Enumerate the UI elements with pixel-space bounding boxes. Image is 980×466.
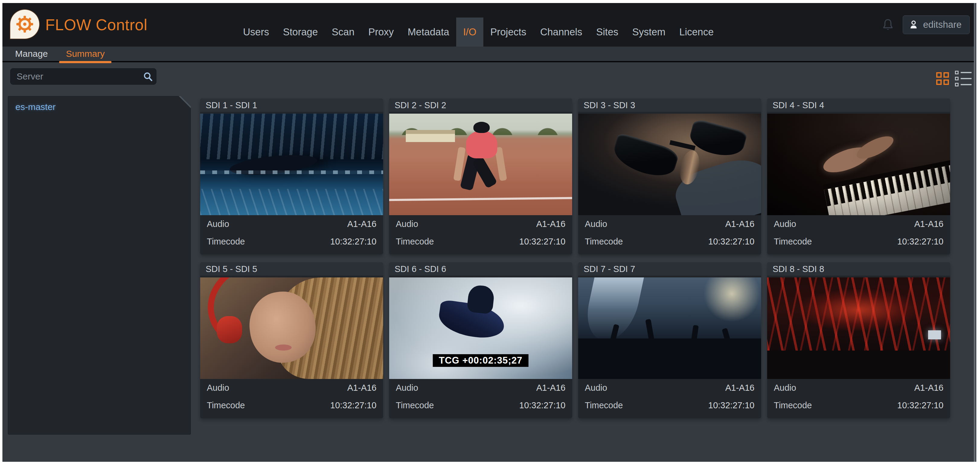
timecode-label: Timecode — [774, 401, 812, 410]
audio-label: Audio — [774, 219, 796, 229]
header-right-cluster: editshare — [881, 3, 970, 46]
gear-icon — [16, 15, 34, 33]
nav-item-users[interactable]: Users — [236, 18, 276, 46]
audio-label: Audio — [585, 219, 607, 229]
audio-value: A1-A16 — [536, 219, 565, 229]
audio-row: Audio A1-A16 — [200, 379, 383, 396]
thumbnail-jetski: TCG +00:02:35;27 — [389, 278, 572, 379]
timecode-value: 10:32:27:10 — [708, 237, 754, 247]
sdi-card-5[interactable]: SDI 5 - SDI 5 Audio A1-A16 Timecode 10:3… — [200, 262, 383, 418]
timecode-row: Timecode 10:32:27:10 — [200, 233, 383, 250]
list-bullet — [955, 77, 959, 80]
audio-row: Audio A1-A16 — [389, 379, 572, 396]
timecode-label: Timecode — [585, 237, 623, 247]
nav-item-system[interactable]: System — [625, 18, 672, 46]
card-title: SDI 4 - SDI 4 — [767, 99, 950, 112]
sunglasses-lens — [610, 132, 680, 181]
sdi-card-3[interactable]: SDI 3 - SDI 3 Audio A1-A16 Timecode 10:3… — [578, 99, 761, 254]
timecode-value: 10:32:27:10 — [330, 401, 377, 410]
timecode-value: 10:32:27:10 — [519, 237, 565, 247]
sdi-card-8[interactable]: SDI 8 - SDI 8 Audio A1-A16 Timecode 10:3… — [767, 262, 950, 418]
list-view-toggle[interactable] — [955, 71, 972, 86]
list-bullet — [955, 83, 959, 86]
thumbnail-concert-crowd — [578, 278, 761, 379]
nav-item-channels[interactable]: Channels — [533, 18, 589, 46]
audio-value: A1-A16 — [725, 219, 754, 229]
nav-item-io[interactable]: I/O — [456, 18, 484, 46]
user-name: editshare — [923, 19, 962, 30]
runner-cap — [473, 122, 490, 133]
runner-shirt — [466, 131, 497, 158]
sdi-card-6[interactable]: SDI 6 - SDI 6 TCG +00:02:35;27 Audio A1-… — [389, 262, 572, 418]
audio-value: A1-A16 — [914, 383, 943, 393]
nav-item-metadata[interactable]: Metadata — [401, 18, 456, 46]
sdi-card-grid: SDI 1 - SDI 1 Audio A1-A16 Timecode 10:3… — [200, 99, 950, 418]
timecode-row: Timecode 10:32:27:10 — [767, 396, 950, 414]
grid-square — [936, 72, 942, 78]
timecode-label: Timecode — [396, 237, 434, 247]
crowd-silhouette — [767, 351, 950, 379]
flow-control-window: FLOW Control Users Storage Scan Proxy Me… — [2, 3, 976, 462]
grid-square — [936, 80, 942, 85]
sunglasses-lens — [687, 118, 748, 161]
timecode-row: Timecode 10:32:27:10 — [578, 396, 761, 414]
tab-manage[interactable]: Manage — [13, 49, 49, 59]
grid-square — [943, 80, 949, 85]
pianist-hand — [820, 142, 873, 177]
sdi-card-7[interactable]: SDI 7 - SDI 7 Audio A1-A16 Timecode 10:3… — [578, 262, 761, 418]
card-title: SDI 5 - SDI 5 — [200, 262, 383, 276]
view-mode-toggles — [936, 71, 972, 86]
search-icon — [143, 71, 153, 82]
audio-value: A1-A16 — [536, 383, 565, 393]
thumbnail-runner — [389, 113, 572, 215]
background-building — [406, 130, 455, 142]
grid-view-toggle[interactable] — [936, 72, 949, 85]
timecode-label: Timecode — [207, 237, 245, 247]
face-lips — [275, 345, 292, 351]
list-line — [961, 78, 972, 79]
nav-item-storage[interactable]: Storage — [276, 18, 325, 46]
search-button[interactable] — [143, 71, 153, 82]
server-list-panel: es-master — [8, 96, 191, 434]
audio-label: Audio — [774, 383, 796, 393]
thumbnail-swimmer — [200, 113, 383, 215]
sdi-card-2[interactable]: SDI 2 - SDI 2 Audio A1-A16 Timecode 10:3… — [389, 99, 572, 254]
timecode-value: 10:32:27:10 — [708, 401, 754, 410]
nav-item-sites[interactable]: Sites — [589, 18, 625, 46]
timecode-label: Timecode — [396, 401, 434, 410]
nav-item-proxy[interactable]: Proxy — [361, 18, 401, 46]
nav-item-scan[interactable]: Scan — [325, 18, 361, 46]
timecode-value: 10:32:27:10 — [897, 237, 943, 247]
pianist-hand — [854, 132, 897, 163]
list-line — [961, 84, 972, 85]
audio-value: A1-A16 — [347, 219, 377, 229]
audio-value: A1-A16 — [725, 383, 754, 393]
audio-row: Audio A1-A16 — [578, 215, 761, 233]
user-icon — [908, 19, 919, 30]
timecode-label: Timecode — [207, 401, 245, 410]
sdi-card-1[interactable]: SDI 1 - SDI 1 Audio A1-A16 Timecode 10:3… — [200, 99, 383, 254]
timecode-value: 10:32:27:10 — [330, 237, 377, 247]
audio-label: Audio — [585, 383, 607, 393]
card-title: SDI 8 - SDI 8 — [767, 262, 950, 276]
user-menu-button[interactable]: editshare — [903, 15, 970, 34]
nav-item-licence[interactable]: Licence — [672, 18, 721, 46]
list-line — [961, 72, 972, 73]
sdi-card-4[interactable]: SDI 4 - SDI 4 Audio A1-A16 Timecode 10:3… — [767, 99, 950, 254]
headphone-cup — [217, 316, 242, 344]
audio-label: Audio — [396, 383, 418, 393]
top-header-bar: FLOW Control Users Storage Scan Proxy Me… — [2, 3, 976, 46]
thumbnail-red-stage — [767, 278, 950, 379]
server-search — [10, 68, 156, 85]
sidebar-item-es-master[interactable]: es-master — [8, 96, 191, 112]
tab-summary[interactable]: Summary — [64, 49, 106, 59]
nav-item-projects[interactable]: Projects — [484, 18, 533, 46]
timecode-value: 10:32:27:10 — [519, 401, 565, 410]
timecode-row: Timecode 10:32:27:10 — [578, 233, 761, 250]
notifications-bell-icon[interactable] — [881, 17, 895, 32]
timecode-row: Timecode 10:32:27:10 — [767, 233, 950, 250]
main-nav: Users Storage Scan Proxy Metadata I/O Pr… — [236, 3, 721, 46]
audio-row: Audio A1-A16 — [200, 215, 383, 233]
search-input[interactable] — [10, 68, 156, 85]
io-tab-bar: Manage Summary — [2, 46, 976, 62]
